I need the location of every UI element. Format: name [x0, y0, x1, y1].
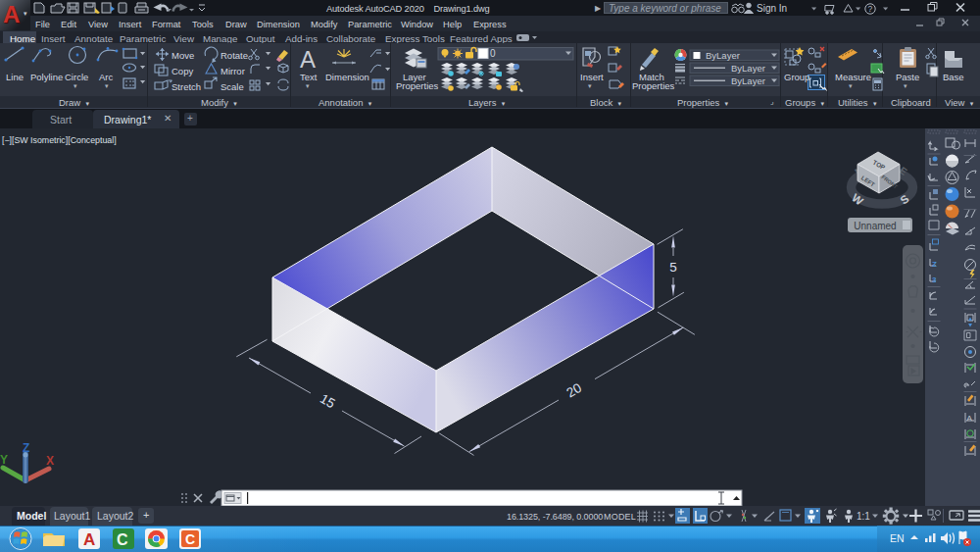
svg-text:EN: EN — [890, 532, 905, 544]
svg-text:ByLayer: ByLayer — [731, 63, 765, 74]
svg-text:20: 20 — [564, 380, 584, 401]
svg-text:Unnamed: Unnamed — [854, 221, 896, 231]
svg-text:3: 3 — [932, 276, 937, 284]
svg-text:Z: Z — [23, 441, 29, 455]
svg-text:5: 5 — [669, 260, 677, 275]
svg-text:ByLayer: ByLayer — [706, 50, 740, 61]
svg-text:X: X — [46, 454, 54, 468]
svg-text:C: C — [185, 531, 195, 547]
svg-text:1:1: 1:1 — [857, 511, 870, 522]
svg-text:ByLayer: ByLayer — [731, 75, 765, 86]
svg-text:A: A — [300, 46, 316, 73]
svg-text:Z: Z — [932, 260, 937, 269]
svg-text:?: ? — [868, 4, 873, 14]
svg-text:Y: Y — [0, 453, 8, 467]
svg-text:15: 15 — [318, 391, 337, 411]
svg-text:A: A — [83, 530, 95, 549]
svg-text:A: A — [967, 414, 973, 423]
svg-text:0: 0 — [490, 48, 496, 59]
svg-text:C: C — [117, 531, 128, 548]
